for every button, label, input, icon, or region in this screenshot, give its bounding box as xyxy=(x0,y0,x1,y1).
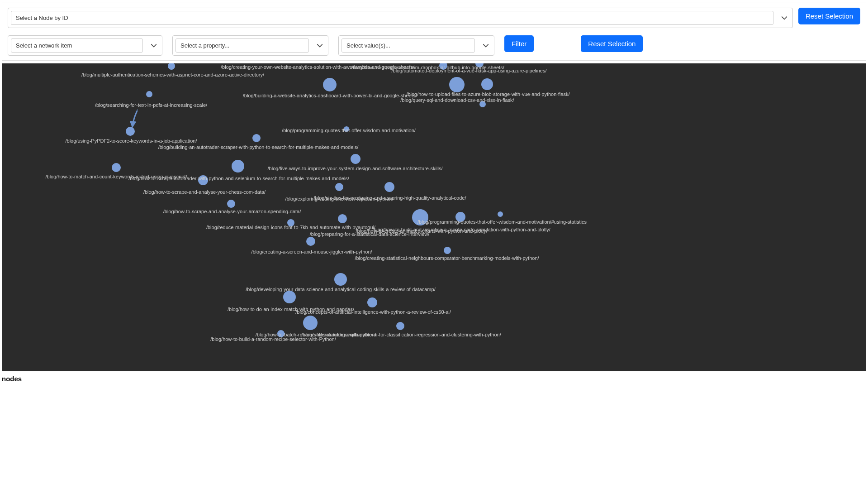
node-id-select[interactable] xyxy=(8,8,793,28)
graph-node[interactable] xyxy=(252,134,261,142)
graph-node-label: /blog/how-to-batch-rename-files-in-folde… xyxy=(256,332,376,337)
graph-node-label: /blog/query-sql-and-download-csv-and-xls… xyxy=(400,97,514,103)
network-graph[interactable]: /blog/multiple-authentication-schemes-wi… xyxy=(2,63,866,371)
graph-node[interactable] xyxy=(367,297,377,307)
network-item-input[interactable] xyxy=(11,39,142,52)
graph-node[interactable] xyxy=(198,175,208,185)
graph-node-label: /blog/developing-your-data-science-and-a… xyxy=(246,287,435,292)
reset-selection-button-2[interactable]: Reset Selection xyxy=(581,35,643,52)
graph-node-label: /blog/how-to-do-an-index-match-with-pyth… xyxy=(228,307,354,312)
graph-node[interactable] xyxy=(351,154,360,164)
graph-node-label: /blog/programming-quotes-that-offer-wisd… xyxy=(417,219,587,225)
graph-node[interactable] xyxy=(227,200,235,208)
graph-node[interactable] xyxy=(146,91,152,97)
chevron-down-icon[interactable] xyxy=(312,36,328,55)
filter-button[interactable]: Filter xyxy=(504,35,534,52)
nodes-section-label: nodes xyxy=(0,372,868,383)
graph-node[interactable] xyxy=(168,63,175,70)
graph-node-label: /blog/understanding-explainable-ai-for-c… xyxy=(301,332,501,337)
graph-node[interactable] xyxy=(323,78,337,91)
graph-node[interactable] xyxy=(396,322,404,330)
graph-edges xyxy=(2,63,138,131)
graph-node[interactable] xyxy=(287,219,294,226)
graph-node-label: /blog/creating-your-own-website-analytic… xyxy=(221,64,414,70)
network-item-select[interactable] xyxy=(8,35,162,56)
graph-node[interactable] xyxy=(277,330,285,337)
graph-node-label: /blog/preparing-for-a-statistical-data-s… xyxy=(310,231,430,237)
graph-node[interactable] xyxy=(498,211,503,217)
graph-node[interactable] xyxy=(384,182,394,192)
graph-node-label: /blog/exploring-coding-interview-topics-… xyxy=(285,196,393,201)
values-input[interactable] xyxy=(342,39,474,52)
graph-node[interactable] xyxy=(335,183,343,191)
graph-node[interactable] xyxy=(303,316,318,330)
graph-node[interactable] xyxy=(232,160,244,173)
graph-node[interactable] xyxy=(338,214,347,223)
chevron-down-icon[interactable] xyxy=(146,36,162,55)
graph-node-label: /blog/creating-a-screen-and-mouse-jiggle… xyxy=(251,249,372,254)
graph-node[interactable] xyxy=(112,163,121,172)
graph-node[interactable] xyxy=(481,78,493,90)
graph-node-label: /blog/automated-deployment-of-a-vue-flas… xyxy=(391,68,546,73)
property-input[interactable] xyxy=(176,39,308,52)
graph-node-label: /blog/how-to-scrape-and-analyse-your-che… xyxy=(143,189,266,195)
graph-node[interactable] xyxy=(449,77,465,92)
graph-node[interactable] xyxy=(126,127,135,136)
graph-node-label: /blog/building-a-website-analytics-dashb… xyxy=(243,93,417,98)
graph-node[interactable] xyxy=(455,212,465,222)
graph-node[interactable] xyxy=(479,101,486,107)
chevron-down-icon[interactable] xyxy=(776,8,792,28)
graph-node[interactable] xyxy=(439,63,447,70)
graph-node[interactable] xyxy=(283,291,296,303)
reset-selection-button-1[interactable]: Reset Selection xyxy=(798,8,860,24)
property-select[interactable] xyxy=(172,35,328,56)
graph-node[interactable] xyxy=(412,209,428,225)
graph-node-label: /blog/how-to-scrape-and-analyse-your-ama… xyxy=(163,209,301,214)
graph-node[interactable] xyxy=(444,247,451,254)
graph-node-label: /blog/six-tips-for-producing-and-assurin… xyxy=(314,195,466,201)
graph-node-label: /blog/how-to-create-animated-charts-with… xyxy=(356,228,487,234)
graph-node[interactable] xyxy=(334,273,347,286)
node-id-input[interactable] xyxy=(11,11,773,24)
graph-node-label: /blog/concepts-of-artificial-intelligenc… xyxy=(295,309,451,315)
graph-node[interactable] xyxy=(344,126,349,132)
graph-node-label: /blog/how-to-match-and-count-keywords-in… xyxy=(45,174,187,179)
graph-node[interactable] xyxy=(306,237,315,246)
graph-node-label: /blog/using-PyPDF2-to-score-keywords-in-… xyxy=(65,138,197,144)
graph-node-label: /blog/building-an-autotrader-scraper-wit… xyxy=(158,144,359,150)
graph-node-label: /blog/how-to-build-and-visualise-a-monte… xyxy=(372,227,550,232)
graph-node-label: /blog/five-ways-to-improve-your-system-d… xyxy=(268,166,443,171)
graph-node-label: /blog/creating-statistical-neighbours-co… xyxy=(355,255,539,261)
graph-node-label: /blog/how-to-scrape-autotrader-with-pyth… xyxy=(128,176,349,181)
row-2: Filter Reset Selection xyxy=(8,35,860,56)
controls-panel: Reset Selection Filte xyxy=(2,3,866,61)
graph-node-label: /blog/how-to-build-a-random-recipe-selec… xyxy=(210,336,336,342)
graph-node-label: /blog/how-to-upload-files-to-azure-blob-… xyxy=(406,91,569,97)
chevron-down-icon[interactable] xyxy=(478,36,494,55)
values-select[interactable] xyxy=(338,35,494,56)
graph-node[interactable] xyxy=(475,63,484,67)
row-1: Reset Selection xyxy=(8,8,860,28)
